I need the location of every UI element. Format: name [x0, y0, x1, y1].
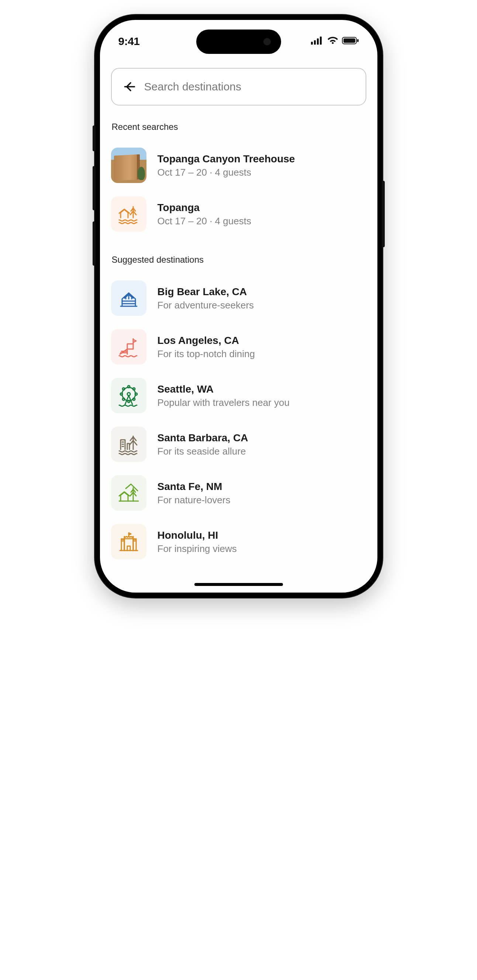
- recent-item-title: Topanga: [157, 201, 251, 214]
- suggested-item-subtitle: For adventure-seekers: [157, 300, 254, 311]
- svg-rect-6: [357, 39, 359, 42]
- svg-point-10: [135, 393, 137, 395]
- arrow-left-icon[interactable]: [123, 80, 136, 93]
- ferris-wheel-icon: [111, 378, 146, 413]
- suggested-item-title: Big Bear Lake, CA: [157, 285, 254, 298]
- suggested-item-title: Los Angeles, CA: [157, 334, 255, 347]
- recent-item-subtitle: Oct 17 – 20 · 4 guests: [157, 215, 251, 227]
- lifeguard-icon: [111, 329, 146, 364]
- status-icons: [311, 37, 359, 46]
- suggested-item-subtitle: Popular with travelers near you: [157, 397, 289, 409]
- side-button: [92, 166, 95, 210]
- suggested-destinations-heading: Suggested destinations: [112, 255, 366, 265]
- recent-item[interactable]: Topanga Canyon Treehouse Oct 17 – 20 · 4…: [111, 141, 366, 190]
- svg-point-13: [133, 388, 135, 390]
- svg-point-16: [122, 388, 125, 390]
- phone-frame: 9:41 Search destinations: [95, 15, 383, 598]
- content: Search destinations Recent searches Topa…: [100, 57, 377, 566]
- cabin-icon: [111, 280, 146, 316]
- recent-item-subtitle: Oct 17 – 20 · 4 guests: [157, 167, 295, 178]
- svg-point-14: [133, 398, 135, 400]
- suggested-item-title: Santa Barbara, CA: [157, 431, 248, 444]
- suggested-item[interactable]: Los Angeles, CA For its top-notch dining: [111, 323, 366, 371]
- suggested-item[interactable]: Big Bear Lake, CA For adventure-seekers: [111, 274, 366, 323]
- side-button: [92, 126, 95, 151]
- recent-item[interactable]: Topanga Oct 17 – 20 · 4 guests: [111, 190, 366, 239]
- side-button: [92, 221, 95, 266]
- search-input[interactable]: Search destinations: [144, 80, 242, 93]
- suggested-item[interactable]: Seattle, WA Popular with travelers near …: [111, 371, 366, 420]
- dynamic-island: [196, 30, 281, 54]
- suggested-item[interactable]: Santa Barbara, CA For its seaside allure: [111, 420, 366, 469]
- screen: 9:41 Search destinations: [100, 20, 377, 593]
- svg-rect-0: [311, 42, 313, 45]
- suggested-item[interactable]: Santa Fe, NM For nature-lovers: [111, 469, 366, 517]
- city-water-icon: [111, 426, 146, 462]
- mountain-cabin-icon: [111, 475, 146, 511]
- recent-searches-heading: Recent searches: [112, 122, 366, 132]
- svg-rect-3: [320, 37, 322, 45]
- suggested-item-title: Honolulu, HI: [157, 529, 237, 542]
- photo-treehouse-icon: [111, 148, 146, 183]
- suggested-item-subtitle: For inspiring views: [157, 543, 237, 555]
- suggested-item[interactable]: Honolulu, HI For inspiring views: [111, 517, 366, 566]
- svg-rect-2: [317, 38, 319, 45]
- side-button: [382, 181, 385, 247]
- status-time: 9:41: [118, 35, 140, 48]
- castle-icon: [111, 524, 146, 559]
- cabin-water-icon: [111, 196, 146, 232]
- home-indicator[interactable]: [194, 583, 283, 586]
- svg-point-11: [128, 400, 130, 402]
- suggested-item-title: Santa Fe, NM: [157, 480, 231, 493]
- svg-rect-5: [343, 38, 355, 43]
- suggested-item-title: Seattle, WA: [157, 383, 289, 396]
- suggested-item-subtitle: For its seaside allure: [157, 446, 248, 457]
- recent-item-title: Topanga Canyon Treehouse: [157, 153, 295, 165]
- svg-point-12: [120, 393, 122, 395]
- wifi-icon: [327, 37, 338, 46]
- suggested-item-subtitle: For its top-notch dining: [157, 348, 255, 360]
- search-bar[interactable]: Search destinations: [111, 68, 366, 105]
- svg-rect-1: [314, 40, 316, 45]
- battery-icon: [342, 37, 359, 46]
- svg-point-9: [128, 386, 130, 388]
- suggested-item-subtitle: For nature-lovers: [157, 495, 231, 506]
- svg-point-15: [122, 398, 125, 400]
- signal-icon: [311, 37, 324, 46]
